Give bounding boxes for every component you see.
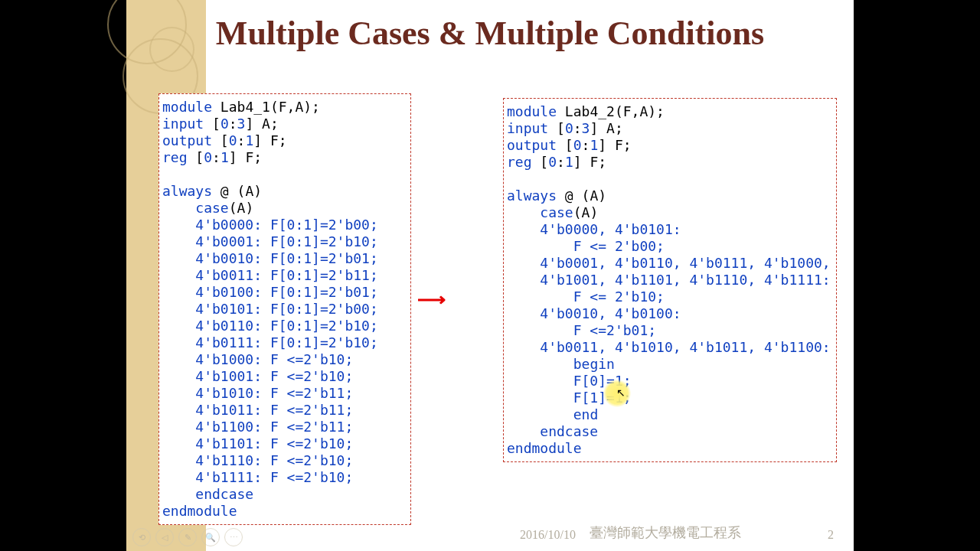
case-line: 4'b0011: F[0:1]=2'b11; [162,267,378,283]
footer-date: 2016/10/10 [520,528,576,542]
case-line: 4'b1000: F <=2'b10; [162,351,353,367]
case-line: 4'b1011: F <=2'b11; [162,402,353,418]
nav-pen-icon[interactable]: ✎ [178,528,197,546]
nav-refresh-icon[interactable]: ⟲ [132,528,151,546]
case-line: 4'b1001: F <=2'b10; [162,368,353,384]
case-line: 4'b0010: F[0:1]=2'b01; [162,250,378,266]
case-line: 4'b0001: F[0:1]=2'b10; [162,233,378,249]
case-line: 4'b1010: F <=2'b11; [162,385,353,401]
case-line: 4'b1111: F <=2'b10; [162,469,353,485]
footer-page: 2 [828,528,834,542]
case-line: 4'b0110: F[0:1]=2'b10; [162,318,378,334]
code-box-right: module Lab4_2(F,A); input [0:3] A; outpu… [503,98,837,462]
nav-more-icon[interactable]: ⋯ [224,528,243,546]
case-line: 4'b0101: F[0:1]=2'b00; [162,301,378,317]
case-line: 4'b0111: F[0:1]=2'b10; [162,334,378,350]
case-line: 4'b0000: F[0:1]=2'b00; [162,217,378,233]
footer-org: 臺灣師範大學機電工程系 [590,523,741,542]
code-box-left: module Lab4_1(F,A); input [0:3] A; outpu… [158,93,411,525]
slide: Multiple Cases & Multiple Conditions mod… [126,0,854,551]
case-line: 4'b1110: F <=2'b10; [162,452,353,468]
nav-zoom-icon[interactable]: 🔍 [201,528,220,546]
arrow-icon: ⟶ [417,288,446,311]
page-title: Multiple Cases & Multiple Conditions [126,14,854,53]
nav-prev-icon[interactable]: ◁ [155,528,174,546]
cursor-icon: ↖ [616,386,626,399]
nav-controls: ⟲ ◁ ✎ 🔍 ⋯ [132,528,243,546]
case-line: 4'b1101: F <=2'b10; [162,435,353,452]
case-line: 4'b1100: F <=2'b11; [162,419,353,435]
case-line: 4'b0100: F[0:1]=2'b01; [162,284,378,300]
